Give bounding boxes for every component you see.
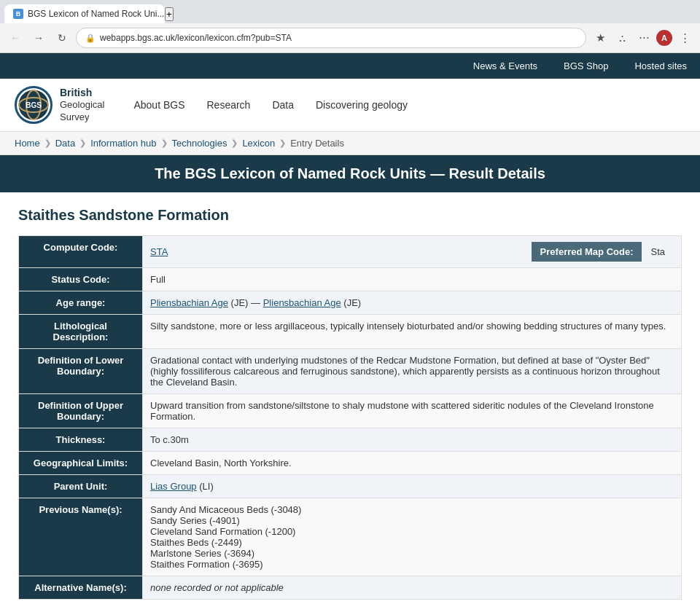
- thickness-row: Thickness: To c.30m: [19, 428, 682, 452]
- parent-unit-label: Parent Unit:: [19, 475, 143, 498]
- age-range-label: Age range:: [19, 291, 143, 315]
- geographical-limits-value: Cleveland Basin, North Yorkshire.: [143, 452, 682, 475]
- parent-unit-value: Lias Group (LI): [143, 475, 682, 498]
- url-text: webapps.bgs.ac.uk/lexicon/lexicon.cfm?pu…: [100, 33, 577, 43]
- geographical-limits-label: Geographical Limits:: [19, 452, 143, 475]
- previous-names-value: Sandy And Micaceous Beds (-3048)Sandy Se…: [143, 498, 682, 576]
- org-name-line3: Survey: [60, 111, 104, 124]
- address-bar[interactable]: 🔒 webapps.bgs.ac.uk/lexicon/lexicon.cfm?…: [76, 28, 586, 48]
- computer-code-label: Computer Code:: [19, 236, 143, 268]
- computer-code-value: STA Preferred Map Code: Sta: [143, 236, 682, 268]
- nav-about-bgs[interactable]: About BGS: [133, 96, 184, 114]
- nav-research[interactable]: Research: [206, 96, 250, 114]
- page-wrapper: B BGS Lexicon of Named Rock Uni... ✕ + ←…: [0, 0, 700, 604]
- upper-boundary-row: Definition of Upper Boundary: Upward tra…: [19, 394, 682, 428]
- parent-unit-row: Parent Unit: Lias Group (LI): [19, 475, 682, 498]
- top-nav-bgs-shop[interactable]: BGS Shop: [551, 53, 621, 79]
- site-logo: BGS British Geological Survey: [15, 86, 104, 124]
- main-nav: About BGS Research Data Discovering geol…: [133, 96, 408, 114]
- logo-svg: BGS: [17, 88, 50, 122]
- page-title: The BGS Lexicon of Named Rock Units — Re…: [155, 165, 545, 181]
- org-name-line2: Geological: [60, 99, 104, 111]
- preferred-map-code-label: Preferred Map Code:: [532, 242, 642, 262]
- breadcrumb-technologies[interactable]: Technologies: [172, 138, 228, 149]
- age-range-value: Pliensbachian Age (JE) — Pliensbachian A…: [143, 291, 682, 315]
- previous-names-row: Previous Name(s): Sandy And Micaceous Be…: [19, 498, 682, 576]
- logo-circle: BGS: [15, 86, 52, 124]
- breadcrumb-sep-2: ❯: [79, 138, 86, 148]
- geographical-limits-row: Geographical Limits: Cleveland Basin, No…: [19, 452, 682, 475]
- breadcrumb: Home ❯ Data ❯ Information hub ❯ Technolo…: [0, 132, 700, 155]
- age-start-code: (JE): [231, 297, 249, 308]
- breadcrumb-data[interactable]: Data: [55, 138, 75, 149]
- lower-boundary-row: Definition of Lower Boundary: Gradationa…: [19, 349, 682, 394]
- tab-title: BGS Lexicon of Named Rock Uni...: [28, 9, 164, 19]
- nav-discovering-geology[interactable]: Discovering geology: [316, 96, 408, 114]
- google-apps-button[interactable]: ⋅⋅⋅: [634, 28, 653, 47]
- thickness-value: To c.30m: [143, 428, 682, 452]
- upper-boundary-label: Definition of Upper Boundary:: [19, 394, 143, 428]
- lower-boundary-label: Definition of Lower Boundary:: [19, 349, 143, 394]
- page-title-bar: The BGS Lexicon of Named Rock Units — Re…: [0, 155, 700, 192]
- age-end-code: (JE): [343, 297, 361, 308]
- breadcrumb-home[interactable]: Home: [15, 138, 40, 149]
- tab-favicon: B: [13, 9, 23, 19]
- logo-text: British Geological Survey: [60, 86, 104, 124]
- parent-unit-link[interactable]: Lias Group: [150, 481, 197, 492]
- back-button[interactable]: ←: [6, 28, 25, 47]
- upper-boundary-value: Upward transition from sandstone/siltsto…: [143, 394, 682, 428]
- parent-unit-code: (LI): [199, 481, 214, 492]
- breadcrumb-sep-5: ❯: [279, 138, 286, 148]
- age-range-row: Age range: Pliensbachian Age (JE) — Plie…: [19, 291, 682, 315]
- new-tab-button[interactable]: +: [165, 7, 174, 21]
- preferred-map-code-value: Sta: [642, 242, 674, 262]
- breadcrumb-sep-4: ❯: [231, 138, 238, 148]
- thickness-label: Thickness:: [19, 428, 143, 452]
- site-header: BGS British Geological Survey About BGS …: [0, 79, 700, 132]
- browser-actions: ★ ⛬ ⋅⋅⋅ A ⋮: [591, 28, 694, 47]
- lithological-value: Silty sandstone, more or less argillaceo…: [143, 315, 682, 349]
- org-name-line1: British: [60, 86, 104, 99]
- forward-button[interactable]: →: [29, 28, 48, 47]
- computer-code-row: Computer Code: STA Preferred Map Code: S…: [19, 236, 682, 268]
- svg-text:BGS: BGS: [26, 101, 42, 109]
- nav-data[interactable]: Data: [272, 96, 294, 114]
- browser-controls: ← → ↻ 🔒 webapps.bgs.ac.uk/lexicon/lexico…: [0, 23, 700, 52]
- tab-bar: B BGS Lexicon of Named Rock Uni... ✕ +: [0, 0, 700, 23]
- status-code-row: Status Code: Full: [19, 268, 682, 291]
- breadcrumb-info-hub[interactable]: Information hub: [90, 138, 156, 149]
- status-code-label: Status Code:: [19, 268, 143, 291]
- bookmark-button[interactable]: ★: [591, 28, 610, 47]
- browser-tab[interactable]: B BGS Lexicon of Named Rock Uni... ✕: [4, 4, 165, 23]
- age-start-link[interactable]: Pliensbachian Age: [150, 297, 228, 308]
- lithological-row: Lithological Description: Silty sandston…: [19, 315, 682, 349]
- entry-title: Staithes Sandstone Formation: [18, 207, 682, 224]
- breadcrumb-current: Entry Details: [290, 138, 344, 149]
- breadcrumb-sep-1: ❯: [44, 138, 51, 148]
- age-separator: —: [251, 297, 263, 308]
- age-end-link[interactable]: Pliensbachian Age: [263, 297, 341, 308]
- top-nav-hosted-sites[interactable]: Hosted sites: [621, 53, 700, 79]
- alternative-names-text: none recorded or not applicable: [150, 582, 284, 593]
- extensions-button[interactable]: ⛬: [612, 28, 631, 47]
- main-content: Staithes Sandstone Formation Computer Co…: [0, 192, 700, 604]
- breadcrumb-sep-3: ❯: [161, 138, 168, 148]
- refresh-button[interactable]: ↻: [52, 28, 71, 47]
- site-top-nav: News & Events BGS Shop Hosted sites: [0, 53, 700, 79]
- status-code-value: Full: [143, 268, 682, 291]
- menu-button[interactable]: ⋮: [675, 28, 694, 47]
- previous-names-label: Previous Name(s):: [19, 498, 143, 576]
- lithological-label: Lithological Description:: [19, 315, 143, 349]
- lock-icon: 🔒: [85, 34, 96, 43]
- alternative-names-value: none recorded or not applicable: [143, 576, 682, 600]
- breadcrumb-lexicon[interactable]: Lexicon: [242, 138, 275, 149]
- browser-chrome: B BGS Lexicon of Named Rock Uni... ✕ + ←…: [0, 0, 700, 53]
- top-nav-items: News & Events BGS Shop Hosted sites: [460, 53, 700, 79]
- data-table: Computer Code: STA Preferred Map Code: S…: [18, 235, 682, 600]
- profile-icon[interactable]: A: [656, 30, 672, 46]
- alternative-names-label: Alternative Name(s):: [19, 576, 143, 600]
- alternative-names-row: Alternative Name(s): none recorded or no…: [19, 576, 682, 600]
- lower-boundary-value: Gradational contact with underlying muds…: [143, 349, 682, 394]
- top-nav-news-events[interactable]: News & Events: [460, 53, 551, 79]
- computer-code-link[interactable]: STA: [150, 246, 168, 257]
